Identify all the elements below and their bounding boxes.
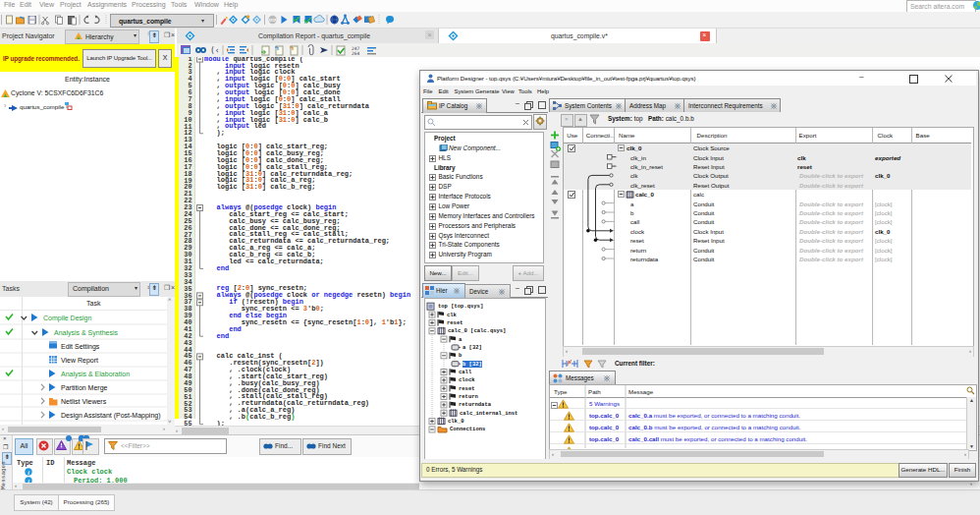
svg-text:(‹: (‹ [210, 46, 220, 55]
svg-text:264: 264 [352, 51, 359, 56]
svg-text:STOP: STOP [268, 19, 276, 23]
